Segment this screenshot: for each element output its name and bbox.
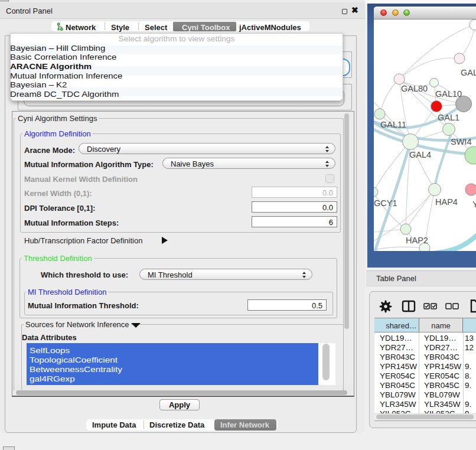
svg-text:GAL4: GAL4 — [409, 150, 431, 159]
svg-text:HAP2: HAP2 — [406, 236, 428, 245]
svg-text:Y: Y — [472, 200, 476, 209]
svg-text:GAL11: GAL11 — [380, 120, 406, 129]
svg-text:GAL10: GAL10 — [435, 89, 462, 99]
svg-text:SWI4: SWI4 — [451, 137, 471, 146]
svg-text:GAL: GAL — [461, 68, 476, 77]
svg-text:GAL80: GAL80 — [401, 84, 428, 93]
svg-text:GAL1: GAL1 — [438, 113, 459, 122]
svg-text:GCY1: GCY1 — [374, 198, 397, 208]
svg-text:HAP4: HAP4 — [435, 197, 458, 207]
